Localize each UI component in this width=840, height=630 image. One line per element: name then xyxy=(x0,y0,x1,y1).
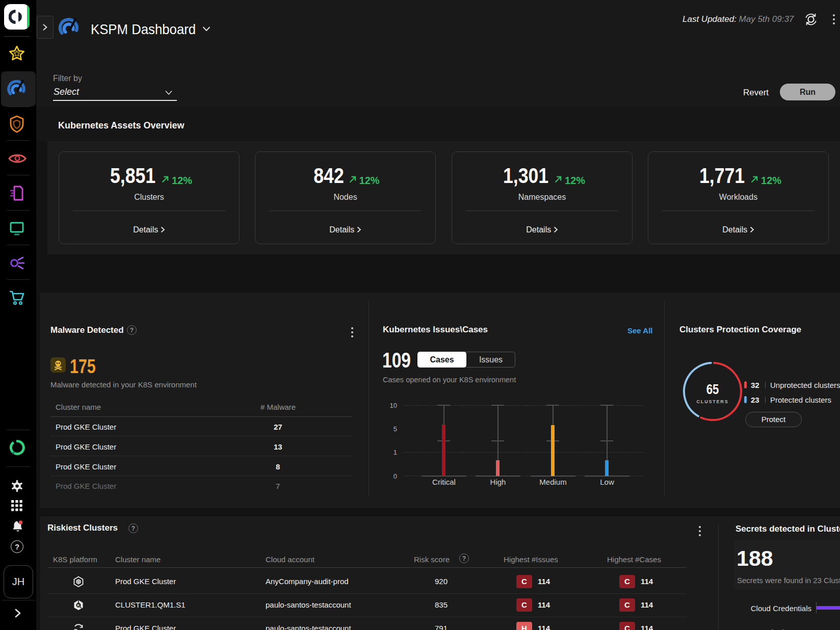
svg-text:K: K xyxy=(77,603,80,608)
